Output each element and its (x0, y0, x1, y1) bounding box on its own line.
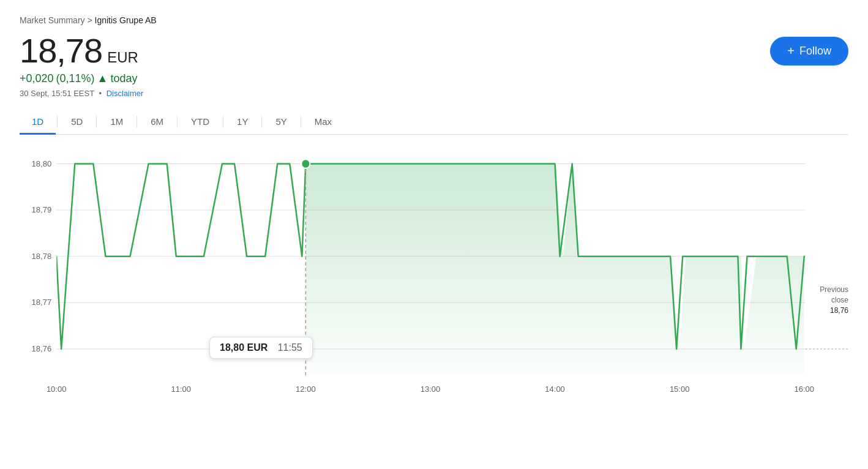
follow-button[interactable]: + Follow (770, 37, 848, 66)
svg-text:18,79: 18,79 (32, 205, 52, 214)
change-period: today (110, 72, 137, 85)
tab-1D[interactable]: 1D (20, 110, 56, 135)
svg-text:18,77: 18,77 (32, 298, 52, 307)
chart-svg: 18,80 18,79 18,78 18,77 18,76 10:00 11:0… (20, 144, 848, 402)
svg-text:13:00: 13:00 (421, 385, 441, 394)
tab-6M[interactable]: 6M (138, 110, 176, 134)
timestamp-date: 30 Sept, 15:51 EEST (20, 89, 94, 98)
tab-5D[interactable]: 5D (59, 110, 95, 134)
svg-text:14:00: 14:00 (545, 385, 565, 394)
svg-text:18,76: 18,76 (32, 343, 52, 353)
previous-close-text: Previousclose (820, 285, 848, 306)
tab-Max[interactable]: Max (302, 110, 344, 134)
svg-text:10:00: 10:00 (47, 385, 67, 394)
timestamp-sep: • (99, 89, 102, 98)
tab-YTD[interactable]: YTD (179, 110, 222, 134)
price-value: 18,78 (20, 32, 102, 70)
tab-divider-6 (261, 116, 262, 128)
change-amount: +0,020 (20, 72, 54, 85)
tooltip-price: 18,80 EUR (220, 342, 268, 353)
tab-divider-2 (96, 116, 97, 128)
price-currency: EUR (107, 49, 138, 66)
tooltip-time: 11:55 (278, 342, 302, 353)
tab-1Y[interactable]: 1Y (225, 110, 260, 134)
price-section: 18,78 EUR +0,020 (0,11%) ▲ today 30 Sept… (20, 32, 143, 98)
tab-divider-1 (57, 116, 58, 128)
breadcrumb-current: Ignitis Grupe AB (95, 15, 157, 25)
previous-close-label: Previousclose 18,76 (820, 285, 848, 315)
tab-divider-7 (301, 116, 301, 128)
tab-1M[interactable]: 1M (98, 110, 135, 134)
change-arrow-icon: ▲ (97, 72, 108, 85)
price-timestamp: 30 Sept, 15:51 EEST • Disclaimer (20, 89, 143, 98)
price-change: +0,020 (0,11%) ▲ today (20, 72, 143, 85)
svg-text:11:00: 11:00 (171, 385, 191, 394)
breadcrumb: Market Summary > Ignitis Grupe AB (20, 15, 848, 26)
disclaimer-link[interactable]: Disclaimer (107, 89, 144, 98)
tabs-row: 1D 5D 1M 6M YTD 1Y 5Y Max (20, 110, 848, 135)
tab-5Y[interactable]: 5Y (263, 110, 299, 134)
chart-area: 18,80 18,79 18,78 18,77 18,76 10:00 11:0… (20, 144, 848, 402)
svg-text:15:00: 15:00 (670, 385, 690, 394)
svg-text:12:00: 12:00 (296, 385, 316, 394)
tab-divider-4 (177, 116, 178, 128)
breadcrumb-separator: > (87, 15, 92, 25)
plus-icon: + (787, 44, 795, 58)
change-percent: (0,11%) (56, 72, 95, 85)
previous-close-value: 18,76 (820, 306, 848, 316)
breadcrumb-parent[interactable]: Market Summary (20, 15, 85, 25)
svg-text:16:00: 16:00 (794, 385, 814, 394)
svg-text:18,80: 18,80 (32, 159, 52, 168)
svg-text:18,78: 18,78 (32, 251, 52, 260)
follow-label: Follow (799, 45, 831, 58)
tab-divider-5 (223, 116, 223, 128)
chart-tooltip: 18,80 EUR 11:55 (209, 337, 313, 359)
chart-tooltip-dot (301, 159, 310, 168)
tab-divider-3 (137, 116, 137, 128)
svg-marker-18 (305, 163, 804, 376)
